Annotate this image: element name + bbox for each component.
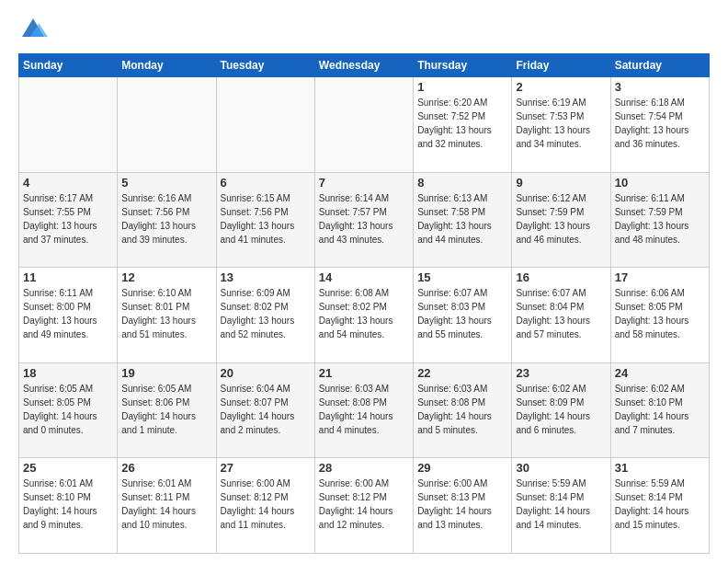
day-number: 20 bbox=[221, 366, 311, 380]
calendar-day-cell: 30Sunrise: 5:59 AMSunset: 8:14 PMDayligh… bbox=[512, 458, 610, 554]
day-info: Sunrise: 5:59 AMSunset: 8:14 PMDaylight:… bbox=[516, 477, 606, 532]
day-number: 16 bbox=[516, 270, 606, 284]
calendar-day-cell: 23Sunrise: 6:02 AMSunset: 8:09 PMDayligh… bbox=[512, 362, 610, 458]
day-info: Sunrise: 6:20 AMSunset: 7:52 PMDaylight:… bbox=[417, 96, 507, 151]
day-info: Sunrise: 6:03 AMSunset: 8:08 PMDaylight:… bbox=[417, 382, 507, 437]
calendar-day-cell: 4Sunrise: 6:17 AMSunset: 7:55 PMDaylight… bbox=[19, 172, 118, 268]
day-info: Sunrise: 6:18 AMSunset: 7:54 PMDaylight:… bbox=[615, 96, 705, 151]
calendar-day-cell: 24Sunrise: 6:02 AMSunset: 8:10 PMDayligh… bbox=[610, 362, 709, 458]
day-number: 13 bbox=[221, 270, 311, 284]
calendar-day-cell: 26Sunrise: 6:01 AMSunset: 8:11 PMDayligh… bbox=[118, 458, 216, 554]
day-number: 23 bbox=[516, 366, 606, 380]
day-info: Sunrise: 6:07 AMSunset: 8:04 PMDaylight:… bbox=[516, 286, 606, 341]
calendar-day-cell: 10Sunrise: 6:11 AMSunset: 7:59 PMDayligh… bbox=[610, 172, 709, 268]
weekday-header: Tuesday bbox=[216, 54, 314, 77]
day-info: Sunrise: 6:04 AMSunset: 8:07 PMDaylight:… bbox=[221, 382, 311, 437]
calendar-day-cell: 21Sunrise: 6:03 AMSunset: 8:08 PMDayligh… bbox=[314, 362, 413, 458]
logo bbox=[18, 15, 51, 44]
calendar-week-row: 4Sunrise: 6:17 AMSunset: 7:55 PMDaylight… bbox=[19, 172, 710, 268]
calendar-day-cell: 15Sunrise: 6:07 AMSunset: 8:03 PMDayligh… bbox=[414, 268, 512, 363]
calendar-day-cell: 11Sunrise: 6:11 AMSunset: 8:00 PMDayligh… bbox=[19, 268, 118, 363]
day-number: 14 bbox=[319, 270, 409, 284]
day-number: 29 bbox=[417, 461, 507, 475]
day-number: 17 bbox=[615, 270, 705, 284]
day-info: Sunrise: 6:07 AMSunset: 8:03 PMDaylight:… bbox=[417, 286, 507, 341]
day-info: Sunrise: 6:05 AMSunset: 8:05 PMDaylight:… bbox=[23, 382, 113, 437]
day-number: 5 bbox=[121, 176, 211, 190]
day-number: 31 bbox=[615, 461, 705, 475]
day-info: Sunrise: 6:15 AMSunset: 7:56 PMDaylight:… bbox=[221, 191, 311, 247]
day-info: Sunrise: 6:00 AMSunset: 8:12 PMDaylight:… bbox=[319, 477, 409, 532]
calendar-day-cell bbox=[216, 77, 314, 173]
calendar-day-cell: 6Sunrise: 6:15 AMSunset: 7:56 PMDaylight… bbox=[216, 172, 314, 268]
calendar-day-cell bbox=[314, 77, 413, 173]
weekday-header: Friday bbox=[512, 54, 610, 77]
day-number: 8 bbox=[417, 176, 507, 190]
calendar-day-cell: 12Sunrise: 6:10 AMSunset: 8:01 PMDayligh… bbox=[118, 268, 216, 363]
calendar-day-cell: 16Sunrise: 6:07 AMSunset: 8:04 PMDayligh… bbox=[512, 268, 610, 363]
day-info: Sunrise: 6:11 AMSunset: 8:00 PMDaylight:… bbox=[23, 286, 113, 341]
day-info: Sunrise: 6:05 AMSunset: 8:06 PMDaylight:… bbox=[121, 382, 211, 437]
weekday-header: Sunday bbox=[19, 54, 118, 77]
day-number: 3 bbox=[615, 80, 705, 94]
calendar-day-cell: 3Sunrise: 6:18 AMSunset: 7:54 PMDaylight… bbox=[610, 77, 709, 173]
day-number: 12 bbox=[121, 270, 211, 284]
day-number: 25 bbox=[23, 461, 113, 475]
calendar-day-cell: 28Sunrise: 6:00 AMSunset: 8:12 PMDayligh… bbox=[314, 458, 413, 554]
day-info: Sunrise: 6:16 AMSunset: 7:56 PMDaylight:… bbox=[121, 191, 211, 247]
calendar-day-cell: 13Sunrise: 6:09 AMSunset: 8:02 PMDayligh… bbox=[216, 268, 314, 363]
day-number: 30 bbox=[516, 461, 606, 475]
header bbox=[18, 15, 710, 44]
day-info: Sunrise: 6:03 AMSunset: 8:08 PMDaylight:… bbox=[319, 382, 409, 437]
calendar-week-row: 18Sunrise: 6:05 AMSunset: 8:05 PMDayligh… bbox=[19, 362, 710, 458]
day-number: 10 bbox=[615, 176, 705, 190]
calendar-day-cell: 9Sunrise: 6:12 AMSunset: 7:59 PMDaylight… bbox=[512, 172, 610, 268]
day-info: Sunrise: 5:59 AMSunset: 8:14 PMDaylight:… bbox=[615, 477, 705, 532]
weekday-header: Monday bbox=[118, 54, 216, 77]
day-info: Sunrise: 6:19 AMSunset: 7:53 PMDaylight:… bbox=[516, 96, 606, 151]
day-info: Sunrise: 6:17 AMSunset: 7:55 PMDaylight:… bbox=[23, 191, 113, 247]
page: SundayMondayTuesdayWednesdayThursdayFrid… bbox=[0, 0, 728, 563]
calendar-header-row: SundayMondayTuesdayWednesdayThursdayFrid… bbox=[19, 54, 710, 77]
calendar-week-row: 1Sunrise: 6:20 AMSunset: 7:52 PMDaylight… bbox=[19, 77, 710, 173]
day-number: 9 bbox=[516, 176, 606, 190]
day-info: Sunrise: 6:01 AMSunset: 8:11 PMDaylight:… bbox=[121, 477, 211, 532]
day-number: 7 bbox=[319, 176, 409, 190]
weekday-header: Saturday bbox=[610, 54, 709, 77]
day-number: 24 bbox=[615, 366, 705, 380]
calendar-day-cell: 19Sunrise: 6:05 AMSunset: 8:06 PMDayligh… bbox=[118, 362, 216, 458]
day-number: 6 bbox=[221, 176, 311, 190]
calendar-day-cell: 22Sunrise: 6:03 AMSunset: 8:08 PMDayligh… bbox=[414, 362, 512, 458]
day-number: 4 bbox=[23, 176, 113, 190]
day-number: 15 bbox=[417, 270, 507, 284]
day-info: Sunrise: 6:12 AMSunset: 7:59 PMDaylight:… bbox=[516, 191, 606, 247]
day-number: 1 bbox=[417, 80, 507, 94]
day-info: Sunrise: 6:02 AMSunset: 8:10 PMDaylight:… bbox=[615, 382, 705, 437]
calendar-day-cell: 8Sunrise: 6:13 AMSunset: 7:58 PMDaylight… bbox=[414, 172, 512, 268]
calendar-day-cell: 25Sunrise: 6:01 AMSunset: 8:10 PMDayligh… bbox=[19, 458, 118, 554]
day-info: Sunrise: 6:02 AMSunset: 8:09 PMDaylight:… bbox=[516, 382, 606, 437]
day-number: 18 bbox=[23, 366, 113, 380]
day-number: 22 bbox=[417, 366, 507, 380]
calendar-day-cell: 17Sunrise: 6:06 AMSunset: 8:05 PMDayligh… bbox=[610, 268, 709, 363]
day-number: 27 bbox=[221, 461, 311, 475]
calendar-day-cell: 2Sunrise: 6:19 AMSunset: 7:53 PMDaylight… bbox=[512, 77, 610, 173]
weekday-header: Thursday bbox=[414, 54, 512, 77]
calendar-day-cell: 31Sunrise: 5:59 AMSunset: 8:14 PMDayligh… bbox=[610, 458, 709, 554]
logo-icon bbox=[18, 15, 48, 44]
weekday-header: Wednesday bbox=[314, 54, 413, 77]
day-info: Sunrise: 6:13 AMSunset: 7:58 PMDaylight:… bbox=[417, 191, 507, 247]
calendar-day-cell: 27Sunrise: 6:00 AMSunset: 8:12 PMDayligh… bbox=[216, 458, 314, 554]
day-info: Sunrise: 6:00 AMSunset: 8:13 PMDaylight:… bbox=[417, 477, 507, 532]
calendar-day-cell: 14Sunrise: 6:08 AMSunset: 8:02 PMDayligh… bbox=[314, 268, 413, 363]
calendar-day-cell: 29Sunrise: 6:00 AMSunset: 8:13 PMDayligh… bbox=[414, 458, 512, 554]
calendar-table: SundayMondayTuesdayWednesdayThursdayFrid… bbox=[18, 53, 710, 554]
day-info: Sunrise: 6:09 AMSunset: 8:02 PMDaylight:… bbox=[221, 286, 311, 341]
calendar-day-cell bbox=[118, 77, 216, 173]
day-number: 19 bbox=[121, 366, 211, 380]
day-info: Sunrise: 6:00 AMSunset: 8:12 PMDaylight:… bbox=[221, 477, 311, 532]
calendar-week-row: 11Sunrise: 6:11 AMSunset: 8:00 PMDayligh… bbox=[19, 268, 710, 363]
day-info: Sunrise: 6:11 AMSunset: 7:59 PMDaylight:… bbox=[615, 191, 705, 247]
calendar-day-cell: 1Sunrise: 6:20 AMSunset: 7:52 PMDaylight… bbox=[414, 77, 512, 173]
day-info: Sunrise: 6:14 AMSunset: 7:57 PMDaylight:… bbox=[319, 191, 409, 247]
